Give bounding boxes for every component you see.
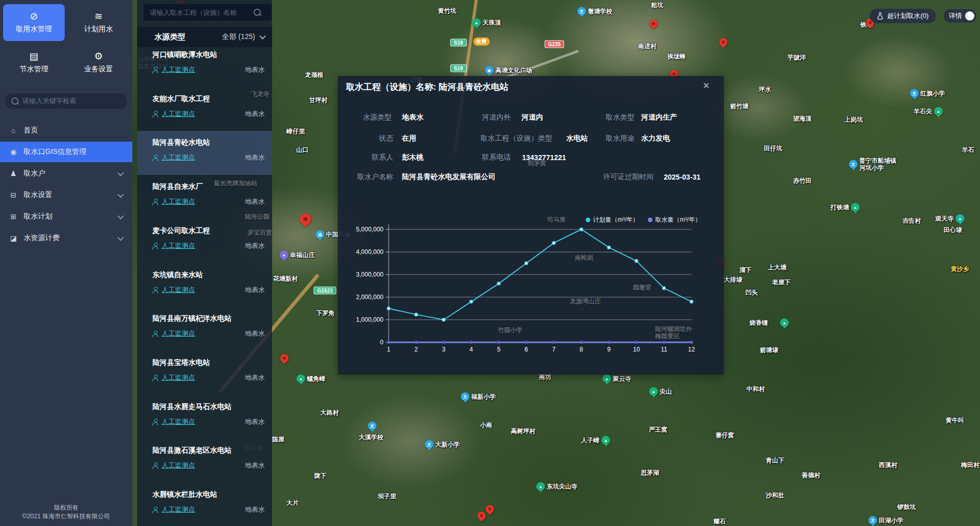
detail-toggle[interactable]: 详情 (944, 9, 976, 23)
map-place-label: 陈屋 (272, 436, 284, 443)
map-place-label: 花塘新村 (273, 275, 298, 282)
search-icon[interactable] (254, 9, 261, 16)
monitor-tag[interactable]: 人工监测点 (162, 153, 195, 162)
svg-text:10: 10 (633, 346, 640, 353)
station-name: 陆河县自来水厂 (152, 182, 265, 191)
map-place-label: 芋陂洋 (787, 54, 806, 61)
station-search-input[interactable] (144, 4, 272, 21)
sidebar-item-取水口GIS信息管理[interactable]: ◉取水口GIS信息管理 (0, 142, 132, 162)
road-badge-S19: S19 (450, 39, 467, 47)
list-item[interactable]: 东坑镇自来水站人工监测点地表水 (137, 263, 272, 307)
school-poi-icon[interactable]: 文 (869, 516, 877, 525)
temple-poi-icon-glyph: ▲ (605, 377, 609, 381)
gas-station-poi-icon[interactable]: 油 (316, 230, 324, 239)
list-item[interactable]: 陆河县宝塔水电站人工监测点地表水 (137, 351, 272, 395)
monitor-tag[interactable]: 人工监测点 (162, 65, 195, 74)
station-name: 河口镇唱歌潭水电站 (152, 50, 265, 60)
mountain-poi-icon[interactable]: ▲ (602, 436, 610, 445)
mountain-poi-icon[interactable]: ▲ (649, 387, 658, 396)
school-poi-icon[interactable]: 文 (461, 393, 470, 401)
monitor-tag[interactable]: 人工监测点 (162, 505, 195, 514)
app-button-业务设置[interactable]: ⚙业务设置 (68, 44, 129, 81)
monitor-tag[interactable]: 人工监测点 (162, 241, 195, 250)
chevron-down-icon (118, 169, 124, 176)
monitor-tag[interactable]: 人工监测点 (162, 109, 195, 119)
list-item[interactable]: 陆河县青砼水电站人工监测点地表水 (137, 131, 272, 175)
monitor-tag[interactable]: 人工监测点 (162, 373, 195, 382)
list-item[interactable]: 陆河县南万镇杞洋水电站人工监测点地表水 (137, 307, 272, 351)
chevron-down-icon (259, 33, 266, 40)
list-item[interactable]: 陆河县自来水厂人工监测点地表水 (137, 175, 272, 219)
list-item[interactable]: 麦卡公司取水工程人工监测点地表水 (137, 219, 272, 263)
toggle-knob (965, 11, 974, 21)
user-icon: ♟ (9, 169, 17, 178)
map-place-label: 粗坑 (651, 2, 663, 9)
map-place-label: 田心埭 (944, 226, 962, 233)
svg-text:8: 8 (580, 346, 583, 353)
school-poi-icon[interactable]: 文 (578, 7, 586, 16)
list-item[interactable]: 陆河县激石溪老区水电站人工监测点地表水 (137, 439, 272, 483)
sidebar-item-label: 首页 (24, 126, 38, 135)
plaza-poi-icon-glyph: ▣ (487, 68, 491, 73)
map-place-label: 耀石 (714, 518, 726, 525)
poi-label: 田湖小学 (879, 517, 904, 524)
app-button-节水管理[interactable]: ▤节水管理 (3, 44, 65, 81)
monitor-tag[interactable]: 人工监测点 (162, 461, 195, 470)
svg-text:2: 2 (414, 346, 418, 353)
sidebar-item-取水户[interactable]: ♟取水户 (0, 163, 132, 184)
sidebar-item-首页[interactable]: ⌂首页 (0, 120, 132, 141)
temple-poi-icon[interactable]: ▲ (536, 482, 545, 491)
list-item[interactable]: 友能水厂取水工程人工监测点地表水 (137, 87, 272, 131)
station-meta: 人工监测点地表水 (152, 329, 265, 338)
svg-text:4: 4 (470, 346, 473, 353)
temple-poi-icon[interactable]: ▲ (956, 215, 965, 223)
map-place-label: 黄沙乡 (951, 265, 969, 272)
mountain-poi-icon[interactable]: ▲ (780, 319, 789, 327)
sidebar-item-取水设置[interactable]: ⊟取水设置 (0, 185, 132, 205)
map-place-label: 青山下 (766, 457, 784, 464)
over-plan-button[interactable]: 超计划取水(0) (870, 9, 936, 23)
station-meta: 人工监测点地表水 (152, 153, 265, 162)
monitor-tag[interactable]: 人工监测点 (162, 329, 195, 338)
map-place-label: 田仔坑 (764, 145, 782, 152)
mountain-poi-icon[interactable]: ▲ (472, 18, 481, 27)
monitor-tag[interactable]: 人工监测点 (162, 197, 195, 206)
mountain-poi-icon[interactable]: ▲ (297, 375, 305, 383)
mountain-poi-icon[interactable]: ▲ (934, 107, 943, 116)
sidebar: ⊘取用水管理≋计划用水▤节水管理⚙业务设置 请输入关键字检索 ⌂首页◉取水口GI… (0, 0, 132, 526)
school-poi-icon[interactable]: 文 (910, 89, 919, 98)
school-poi-icon[interactable]: 文 (425, 440, 434, 449)
plaza-poi-icon[interactable]: ▣ (485, 66, 494, 75)
sidebar-item-水资源计费[interactable]: ◪水资源计费 (0, 228, 132, 248)
poi-label: 幸福山庄 (290, 251, 315, 259)
list-item[interactable]: 陆河县水唇走马石水电站人工监测点地表水 (137, 395, 272, 439)
app-button-取用水管理[interactable]: ⊘取用水管理 (3, 4, 65, 41)
temple-poi-icon[interactable]: ▲ (603, 375, 611, 383)
school-poi-icon-glyph: 文 (871, 518, 875, 523)
list-item[interactable]: 河口镇唱歌潭水电站人工监测点地表水 (137, 43, 272, 87)
app-button-计划用水[interactable]: ≋计划用水 (68, 4, 129, 41)
water-type: 地表水 (245, 65, 265, 74)
app-label: 节水管理 (20, 65, 48, 74)
water-type: 地表水 (245, 153, 265, 162)
mountain-poi-icon-glyph: ▲ (853, 205, 857, 210)
station-name: 陆河县水唇走马石水电站 (152, 402, 265, 412)
sidebar-search-input[interactable]: 请输入关键字检索 (5, 93, 127, 109)
monitor-tag[interactable]: 人工监测点 (162, 417, 195, 426)
map-place-label: 望海顶 (793, 115, 812, 122)
sidebar-item-取水计划[interactable]: ⊞取水计划 (0, 206, 132, 227)
temple-poi-icon-glyph: ▲ (539, 484, 543, 489)
person-icon (152, 419, 159, 425)
resort-poi-icon[interactable]: ● (280, 251, 289, 260)
map-place-label: 黄牛叫 (946, 417, 964, 424)
school-poi-icon[interactable]: 文 (849, 160, 858, 169)
list-item[interactable]: 水唇镇水栏肚水电站人工监测点地表水 (137, 483, 272, 526)
map-place-label: 锣鼓坑 (897, 503, 916, 511)
map-place-label: 大排埭 (724, 276, 742, 283)
svg-text:2,000,000: 2,000,000 (356, 294, 384, 301)
monitor-tag[interactable]: 人工监测点 (162, 285, 195, 295)
school-poi-icon[interactable]: 文 (368, 422, 377, 431)
station-meta: 人工监测点地表水 (152, 373, 265, 382)
station-name: 陆河县激石溪老区水电站 (152, 446, 265, 455)
mountain-poi-icon[interactable]: ▲ (851, 203, 860, 212)
